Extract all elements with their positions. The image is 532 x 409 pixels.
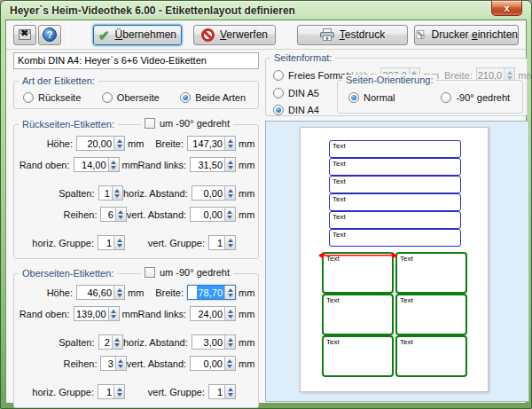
back-rand-links-field[interactable]: 31,50 [190,157,236,172]
radio-din-a5-label: DIN A5 [288,88,319,98]
back-label-preview[interactable]: Text [329,140,461,158]
label-type-caption: Art der Etiketten: [19,75,98,86]
top-hoehe-label: Höhe: [18,287,73,298]
back-label-preview[interactable]: Text [329,229,461,247]
back-reihen-field[interactable]: 6 [100,207,126,222]
back-v-abstand-label: vert. Abstand: [127,209,186,220]
back-v-abstand-field[interactable]: 0,00 [190,207,236,222]
spinner[interactable] [224,307,235,320]
spinner[interactable] [113,385,124,398]
radio-din-a4[interactable]: DIN A4 [273,105,319,115]
spinner[interactable] [224,357,235,370]
spinner[interactable] [224,208,235,221]
top-breite-label: Breite: [144,287,184,298]
back-h-abstand-label: horiz. Abstand: [123,188,188,199]
radio-rueckseite[interactable]: Rückseite [23,92,81,103]
top-v-abstand-field[interactable]: 0,00 [190,356,236,371]
top-rotate-checkbox[interactable]: um -90° gedreht [141,267,233,278]
top-label-preview[interactable]: Text [395,335,467,377]
back-v-gruppe-field[interactable]: 1 [208,235,236,250]
discard-button[interactable]: Verwerfen [193,25,276,45]
spinner[interactable] [113,286,124,299]
check-icon: ✔ [98,28,110,42]
spinner[interactable] [224,236,235,249]
top-label-preview[interactable]: Text [322,335,394,377]
back-h-abstand-field[interactable]: 0,00 [192,185,236,201]
spinner[interactable] [113,236,124,249]
spinner[interactable] [108,158,119,171]
top-spalten-field[interactable]: 2 [98,334,123,350]
top-spalten-label: Spalten: [18,337,95,348]
spinner[interactable] [112,335,122,349]
testprint-button-label: Testdruck [340,28,385,41]
printer-icon [320,28,334,41]
top-hoehe-field[interactable]: 46,60 [76,285,125,300]
back-label-preview[interactable]: Text [329,176,461,193]
spinner[interactable] [224,335,235,349]
back-spalten-field[interactable]: 1 [98,185,123,201]
top-label-preview[interactable]: Text [322,294,394,335]
back-h-gruppe-field[interactable]: 1 [98,235,125,250]
spinner[interactable] [224,137,235,150]
back-rand-oben-field[interactable]: 14,00 [74,157,120,172]
apply-button-label: Übernehmen [115,28,176,41]
apply-button[interactable]: ✔ Übernehmen [93,25,182,45]
spinner[interactable] [108,307,119,320]
toolbar: ? ✔ Übernehmen Verwerfen Testdruck [6,20,526,50]
spinner[interactable] [115,357,126,370]
radio-selected-icon [348,92,359,103]
top-h-abstand-label: horiz. Abstand: [123,337,188,348]
back-breite-field[interactable]: 147,30 [187,136,236,151]
top-h-gruppe-field[interactable]: 1 [98,384,125,399]
unit-label: mm [239,337,254,348]
spinner[interactable] [113,137,124,150]
radio-rueckseite-label: Rückseite [38,92,81,103]
back-label-preview[interactable]: Text [329,211,461,229]
printer-setup-button[interactable]: Drucker einrichten [414,25,519,45]
spinner[interactable] [115,208,126,221]
dialog-window: Heyer`s Heim-Videothek 6.00 - Etikettenl… [0,0,532,409]
top-rand-links-field[interactable]: 24,00 [190,306,236,321]
back-reihen-label: Reihen: [18,209,97,220]
radio-beide-arten[interactable]: Beide Arten [180,92,246,103]
preview-page: Text Text Text Text Text Text Text Text … [300,127,489,392]
page-format-group: Seitenformat: Freies Format: Höhe: 297,0… [265,58,528,116]
radio-normal[interactable]: Normal [348,92,395,103]
orientation-group: Seiten-Orientierung: Normal -90° gedreht [337,80,523,114]
back-hoehe-label: Höhe: [18,138,73,149]
spinner[interactable] [224,186,235,200]
back-label-preview[interactable]: Text [329,158,461,176]
testprint-button[interactable]: Testdruck [297,25,408,45]
page-breite-label: Breite: [444,70,473,81]
radio-freies-format[interactable]: Freies Format: [273,70,351,81]
top-label-preview[interactable]: Text [395,252,467,294]
radio-din-a5[interactable]: DIN A5 [273,88,319,98]
back-labels-caption: Rückseiten-Etiketten: [19,119,118,130]
help-button[interactable]: ? [38,25,61,45]
unit-label: mm [122,160,138,170]
exit-button[interactable] [13,25,36,45]
top-v-gruppe-field[interactable]: 1 [208,384,236,399]
back-v-gruppe-label: vert. Gruppe: [125,238,205,248]
top-rand-oben-label: Rand oben: [18,309,70,319]
back-label-preview[interactable]: Text [329,193,461,211]
radio-oberseite[interactable]: Oberseite [102,92,160,103]
back-rotate-checkbox[interactable]: um -90° gedreht [141,118,233,129]
page-format-caption: Seitenformat: [270,52,335,63]
close-button[interactable]: x [491,0,522,16]
top-breite-field[interactable]: 78,70 [187,285,236,300]
top-rand-oben-field[interactable]: 139,00 [74,306,120,321]
top-label-preview[interactable]: Text [395,294,467,335]
spinner[interactable] [112,186,122,200]
titlebar[interactable]: Heyer`s Heim-Videothek 6.00 - Etikettenl… [5,1,527,20]
spinner[interactable] [224,385,235,398]
back-hoehe-field[interactable]: 20,00 [76,136,125,151]
spinner[interactable] [224,286,235,299]
top-h-abstand-field[interactable]: 3,00 [192,334,236,350]
radio-minus90[interactable]: -90° gedreht [441,92,510,103]
spinner[interactable] [224,158,235,171]
layout-name-field[interactable]: Kombi DIN A4: Heyer`s 6+6 Video-Etikette… [13,52,259,69]
unit-label: mm [239,358,254,369]
top-reihen-field[interactable]: 3 [100,356,126,371]
printer-setup-button-label: Drucker einrichten [432,28,518,41]
